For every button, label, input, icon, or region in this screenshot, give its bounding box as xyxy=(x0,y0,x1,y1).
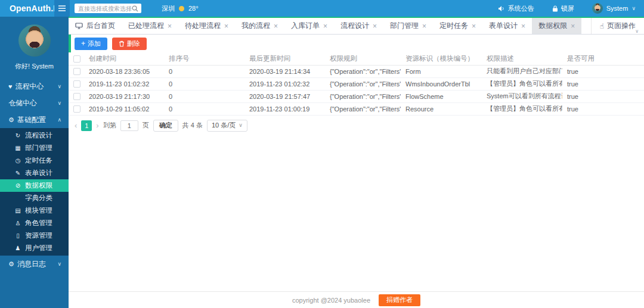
main-area: 后台首页 已处理流程 × 待处理流程 × 我的流程 × 入库订单 × 流程设计 … xyxy=(69,17,644,308)
sidebar-item-flow-design[interactable]: ↻ 流程设计 xyxy=(0,129,69,142)
cell-enabled: true xyxy=(562,77,644,90)
weather-temp: 28° xyxy=(188,5,199,12)
cell-updated: 2019-11-23 01:02:32 xyxy=(244,77,325,90)
row-checkbox[interactable] xyxy=(73,105,80,113)
table-row[interactable]: 2020-03-18 23:36:05 0 2020-03-19 21:14:3… xyxy=(69,65,644,77)
tab-my-flows[interactable]: 我的流程 × xyxy=(235,18,284,34)
search-input[interactable] xyxy=(78,5,132,12)
sidebar-item-form-design[interactable]: ✎ 表单设计 xyxy=(0,167,69,179)
column-header-updated: 最后更新时间 xyxy=(244,52,325,65)
cell-resource: Form xyxy=(401,65,482,77)
sidebar-item-resource-management[interactable]: ▯ 资源管理 xyxy=(0,229,69,242)
user-menu[interactable]: System ∨ xyxy=(592,3,636,14)
sidebar-item-base-config[interactable]: ⚙ 基础配置 ∧ xyxy=(0,111,69,128)
sidebar-item-role-management[interactable]: ♙ 角色管理 xyxy=(0,217,69,229)
chevron-down-icon: ∨ xyxy=(57,100,61,106)
tab-flow-design[interactable]: 流程设计 × xyxy=(334,18,383,34)
tab-pending-flows[interactable]: 待处理流程 × xyxy=(178,18,235,34)
sidebar-item-dict-category[interactable]: 字典分类 xyxy=(0,192,69,204)
sidebar-item-user-management[interactable]: ♟ 用户管理 xyxy=(0,242,69,254)
close-icon[interactable]: × xyxy=(571,23,575,30)
submenu-label: 定时任务 xyxy=(25,156,52,165)
delete-button-label: 删除 xyxy=(127,39,140,48)
row-checkbox[interactable] xyxy=(73,68,80,75)
row-checkbox[interactable] xyxy=(73,80,80,88)
tab-form-design[interactable]: 表单设计 × xyxy=(482,18,532,34)
chevron-up-icon: ∧ xyxy=(57,117,61,123)
cell-rule: {"Operation":"or","Filters":[{"Ke... xyxy=(325,90,401,102)
tablet-icon: ▯ xyxy=(14,233,21,239)
greeting-text: 你好! System xyxy=(0,62,69,71)
lock-screen-button[interactable]: 锁屏 xyxy=(552,4,574,13)
tab-bar: 后台首页 已处理流程 × 待处理流程 × 我的流程 × 入库订单 × 流程设计 … xyxy=(69,17,644,35)
table-row[interactable]: 2019-10-29 11:05:02 0 2019-11-23 01:00:1… xyxy=(69,102,644,115)
cell-created: 2019-10-29 11:05:02 xyxy=(84,102,164,115)
cell-rule: {"Operation":"or","Filters":[{"Ke... xyxy=(325,102,401,115)
sidebar-item-module-management[interactable]: ▤ 模块管理 xyxy=(0,204,69,217)
global-search[interactable] xyxy=(75,4,141,13)
username: System xyxy=(606,5,628,12)
sidebar-item-message-log[interactable]: ⚙ 消息日志 ∨ xyxy=(0,256,69,272)
permission-icon: ⊘ xyxy=(14,183,21,189)
tab-scheduled-tasks[interactable]: 定时任务 × xyxy=(433,18,482,34)
close-icon[interactable]: × xyxy=(521,23,525,30)
close-icon[interactable]: × xyxy=(422,23,426,30)
cell-description: System可以看到所有流程设计... xyxy=(482,90,562,102)
sidebar-item-dept-management[interactable]: ▦ 部门管理 xyxy=(0,142,69,154)
tab-processed-flows[interactable]: 已处理流程 × xyxy=(122,18,178,34)
page-1-button[interactable]: 1 xyxy=(81,120,92,131)
goto-confirm-button[interactable]: 确定 xyxy=(153,120,178,132)
total-count-label: 共 4 条 xyxy=(182,121,203,130)
cell-enabled: true xyxy=(562,65,644,77)
close-icon[interactable]: × xyxy=(323,23,327,30)
page-size-select[interactable]: 10 条/页 ∨ xyxy=(207,120,247,132)
tab-data-permission[interactable]: 数据权限 × xyxy=(532,18,581,34)
sun-icon xyxy=(179,6,184,11)
add-button[interactable]: + 添加 xyxy=(75,38,107,50)
cell-created: 2020-03-19 21:17:30 xyxy=(84,90,164,102)
sidebar-item-scheduled-tasks[interactable]: ◷ 定时任务 xyxy=(0,154,69,167)
cell-sort: 0 xyxy=(164,90,244,102)
table-row[interactable]: 2019-11-23 01:02:32 0 2019-11-23 01:02:3… xyxy=(69,77,644,90)
donate-button[interactable]: 捐赠作者 xyxy=(379,294,420,306)
app-logo[interactable]: OpenAuth.Net xyxy=(0,4,54,13)
sidebar-toggle-button[interactable] xyxy=(54,0,70,17)
submenu-label: 资源管理 xyxy=(25,231,52,240)
cell-updated: 2020-03-19 21:57:47 xyxy=(244,90,325,102)
delete-button[interactable]: 删除 xyxy=(112,38,147,50)
footer: copyright @2024 yubaolee 捐赠作者 xyxy=(69,291,644,308)
page-suffix-label: 页 xyxy=(143,121,149,130)
prev-page-button[interactable]: ‹ xyxy=(75,122,77,129)
sidebar-item-warehouse-center[interactable]: 仓储中心 ∨ xyxy=(0,95,69,111)
add-button-label: 添加 xyxy=(88,39,101,48)
select-all-checkbox[interactable] xyxy=(73,55,80,63)
close-icon[interactable]: × xyxy=(168,23,172,30)
close-icon[interactable]: × xyxy=(472,23,476,30)
tab-inbound-orders[interactable]: 入库订单 × xyxy=(284,18,334,34)
goto-page-input[interactable] xyxy=(120,120,138,131)
row-checkbox[interactable] xyxy=(73,93,80,100)
goto-label: 到第 xyxy=(103,121,116,130)
search-icon[interactable] xyxy=(132,5,138,12)
cell-rule: {"Operation":"or","Filters":[{"Ke... xyxy=(325,65,401,77)
cell-sort: 0 xyxy=(164,77,244,90)
column-header-description: 权限描述 xyxy=(482,52,562,65)
table-row[interactable]: 2020-03-19 21:17:30 0 2020-03-19 21:57:4… xyxy=(69,90,644,102)
sidebar-item-data-permission[interactable]: ⊘ 数据权限 xyxy=(0,179,69,192)
menu-label: 仓储中心 xyxy=(8,98,37,108)
page-actions-menu[interactable]: ☝ 页面操作 ∨ xyxy=(591,18,644,34)
person-icon: ♟ xyxy=(14,245,21,251)
sidebar-item-flow-center[interactable]: ♥ 流程中心 ∨ xyxy=(0,78,69,95)
next-page-button[interactable]: › xyxy=(96,122,98,129)
tab-label: 入库订单 xyxy=(291,21,320,31)
pagination: ‹ 1 › 到第 页 确定 共 4 条 10 条/页 ∨ xyxy=(69,116,644,132)
cell-description: 【管理员】角色可以看所有人... xyxy=(482,102,562,115)
base-config-submenu: ↻ 流程设计 ▦ 部门管理 ◷ 定时任务 ✎ 表单设计 ⊘ 数据权限 字典分类 xyxy=(0,128,69,256)
close-icon[interactable]: × xyxy=(373,23,377,30)
tab-dept-management[interactable]: 部门管理 × xyxy=(383,18,433,34)
tab-home[interactable]: 后台首页 xyxy=(69,18,122,34)
announcement-button[interactable]: 系统公告 xyxy=(498,4,534,13)
weather-widget: 深圳 28° xyxy=(162,4,199,13)
close-icon[interactable]: × xyxy=(224,23,228,30)
close-icon[interactable]: × xyxy=(274,23,278,30)
